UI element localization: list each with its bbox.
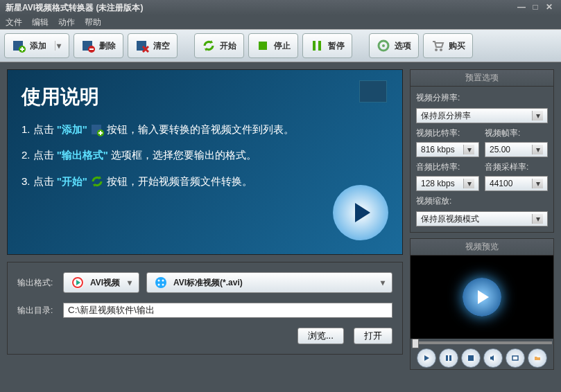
- chevron-down-icon: ▾: [463, 179, 474, 188]
- svg-point-11: [440, 48, 442, 51]
- refresh-icon: [202, 39, 216, 53]
- chevron-down-icon: ▾: [463, 145, 474, 154]
- film-add-icon: [12, 39, 26, 53]
- instruction-line-3: 3. 点击"开始" 按钮，开始视频音频文件转换。: [21, 175, 388, 188]
- svg-point-17: [158, 280, 160, 282]
- pause-icon: [310, 39, 324, 53]
- buy-button[interactable]: 购买: [423, 33, 473, 58]
- format-icon: [154, 276, 168, 289]
- clear-button[interactable]: 清空: [128, 33, 178, 58]
- preset-title: 预置选项: [411, 70, 553, 87]
- svg-rect-24: [512, 356, 518, 360]
- stop-icon: [256, 39, 270, 53]
- svg-point-9: [382, 44, 385, 47]
- output-dir-label: 输出目录:: [17, 305, 56, 317]
- video-bitrate-select[interactable]: 816 kbps▾: [416, 142, 479, 157]
- instructions-title: 使用说明: [21, 84, 388, 110]
- video-bitrate-label: 视频比特率:: [416, 127, 479, 139]
- svg-point-16: [155, 277, 166, 288]
- toolbar: 添加 ▾ 删除 清空 开始 停止 暂停 选项 购买: [0, 29, 561, 62]
- chevron-down-icon: ▾: [128, 278, 132, 287]
- sample-rate-label: 音频采样率:: [485, 161, 548, 173]
- seek-slider[interactable]: [412, 341, 552, 344]
- stop-button[interactable]: 停止: [248, 33, 298, 58]
- pause-ctrl-button[interactable]: [439, 348, 458, 368]
- volume-button[interactable]: [483, 348, 503, 368]
- refresh-icon: [90, 175, 104, 188]
- chevron-down-icon: ▾: [55, 41, 62, 51]
- scale-select[interactable]: 保持原视频模式▾: [416, 211, 548, 226]
- output-dir-input[interactable]: [63, 303, 392, 318]
- resolution-select[interactable]: 保持原分辨率▾: [416, 108, 548, 123]
- output-format-label: 输出格式:: [17, 277, 56, 289]
- chevron-down-icon: ▾: [532, 145, 543, 154]
- minimize-button[interactable]: —: [515, 3, 528, 12]
- preview-title: 视频预览: [411, 239, 553, 256]
- sample-rate-select[interactable]: 44100▾: [485, 176, 548, 191]
- browse-button[interactable]: 浏览...: [297, 328, 344, 344]
- menu-edit[interactable]: 编辑: [32, 17, 49, 28]
- scale-label: 视频缩放:: [416, 195, 548, 207]
- folder-button[interactable]: [528, 348, 547, 368]
- fps-label: 视频帧率:: [485, 127, 548, 139]
- svg-point-20: [162, 284, 164, 286]
- snapshot-button[interactable]: [506, 348, 525, 368]
- svg-point-10: [435, 48, 438, 51]
- audio-bitrate-label: 音频比特率:: [416, 161, 479, 173]
- gear-icon: [377, 39, 390, 53]
- svg-rect-7: [318, 41, 321, 51]
- chevron-down-icon: ▾: [532, 179, 543, 188]
- video-preview: [411, 256, 553, 339]
- menubar: 文件 编辑 动作 帮助: [0, 15, 561, 29]
- play-logo-icon: [71, 276, 85, 289]
- svg-rect-6: [313, 41, 316, 51]
- film-icon: [359, 80, 387, 103]
- chevron-down-icon: ▾: [532, 214, 543, 224]
- film-clear-icon: [135, 39, 149, 53]
- menu-file[interactable]: 文件: [6, 17, 22, 28]
- output-panel: 输出格式: AVI视频 ▾ AVI标准视频(*.avi) ▾ 输出目录: 浏览.…: [7, 262, 403, 355]
- film-delete-icon: [81, 39, 95, 53]
- instruction-line-1: 1. 点击"添加" 按钮，输入要转换的音视频文件到列表。: [21, 123, 388, 136]
- output-category-select[interactable]: AVI视频 ▾: [63, 272, 139, 293]
- maximize-button[interactable]: □: [529, 3, 542, 12]
- menu-help[interactable]: 帮助: [85, 17, 101, 28]
- add-button[interactable]: 添加 ▾: [4, 33, 69, 58]
- audio-bitrate-select[interactable]: 128 kbps▾: [416, 176, 479, 191]
- svg-rect-21: [446, 355, 448, 361]
- app-title: 新星AVI视频格式转换器 (未注册版本): [6, 2, 143, 14]
- preview-panel: 视频预览: [410, 238, 554, 370]
- svg-rect-5: [259, 42, 267, 50]
- play-logo-icon: [463, 278, 501, 317]
- options-button[interactable]: 选项: [369, 33, 419, 58]
- titlebar: 新星AVI视频格式转换器 (未注册版本) — □ ✕: [0, 0, 561, 15]
- play-button[interactable]: [417, 348, 436, 368]
- resolution-label: 视频分辨率:: [416, 92, 548, 104]
- svg-rect-23: [468, 355, 474, 361]
- pause-button[interactable]: 暂停: [302, 33, 352, 58]
- svg-rect-22: [449, 355, 451, 361]
- output-format-select[interactable]: AVI标准视频(*.avi) ▾: [146, 272, 392, 293]
- svg-point-18: [162, 280, 164, 282]
- close-button[interactable]: ✕: [543, 3, 555, 12]
- instructions-panel: 使用说明 1. 点击"添加" 按钮，输入要转换的音视频文件到列表。 2. 点击"…: [7, 69, 403, 255]
- chevron-down-icon: ▾: [532, 111, 543, 121]
- start-button[interactable]: 开始: [194, 33, 244, 58]
- menu-action[interactable]: 动作: [58, 17, 75, 28]
- stop-ctrl-button[interactable]: [461, 348, 481, 368]
- open-button[interactable]: 打开: [354, 328, 392, 344]
- chevron-down-icon: ▾: [381, 278, 385, 287]
- cart-icon: [431, 39, 445, 53]
- play-logo-icon: [333, 185, 388, 240]
- film-add-icon: [90, 123, 104, 136]
- preset-panel: 预置选项 视频分辨率: 保持原分辨率▾ 视频比特率: 816 kbps▾ 视频帧…: [410, 69, 554, 233]
- instruction-line-2: 2. 点击"输出格式"选项框，选择您要输出的格式。: [21, 149, 388, 162]
- svg-point-19: [158, 284, 160, 286]
- fps-select[interactable]: 25.00▾: [485, 142, 548, 157]
- delete-button[interactable]: 删除: [74, 33, 123, 58]
